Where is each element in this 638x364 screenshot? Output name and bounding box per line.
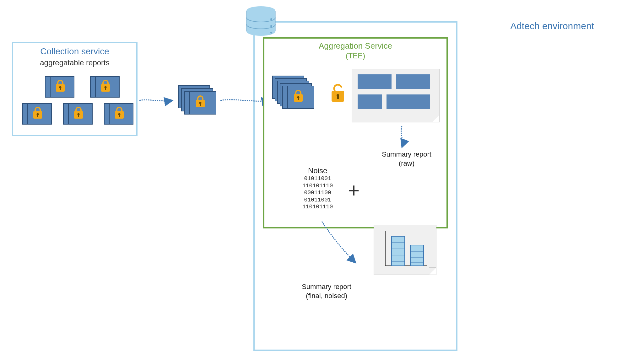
svg-rect-53 bbox=[387, 94, 430, 109]
svg-point-2 bbox=[246, 27, 275, 36]
svg-rect-50 bbox=[358, 74, 392, 89]
aggregation-service-title: Aggregation Service bbox=[264, 41, 446, 51]
summary-raw-chart bbox=[374, 225, 436, 275]
svg-rect-52 bbox=[358, 94, 382, 109]
svg-rect-15 bbox=[105, 88, 106, 90]
locked-report-icon bbox=[45, 76, 75, 99]
locked-report-icon bbox=[22, 103, 52, 126]
database-icon bbox=[244, 6, 278, 38]
locked-report-icon bbox=[63, 103, 93, 126]
svg-rect-25 bbox=[78, 115, 79, 117]
noise-bits: 01011001 110101110 00011100 01011001 110… bbox=[302, 175, 333, 211]
plus-icon: + bbox=[348, 179, 360, 202]
locked-report-icon bbox=[90, 76, 120, 99]
collection-service-subtitle: aggregatable reports bbox=[13, 58, 136, 67]
collection-service-title: Collection service bbox=[13, 46, 136, 56]
unlock-icon bbox=[330, 83, 349, 106]
svg-point-5 bbox=[270, 32, 272, 34]
summary-final-label: Summary report (final, noised) bbox=[292, 282, 361, 300]
svg-rect-51 bbox=[396, 74, 430, 89]
flow-arrow-icon bbox=[392, 125, 411, 151]
locked-reports-stack bbox=[272, 75, 325, 117]
flow-arrow-icon bbox=[139, 94, 176, 108]
svg-rect-37 bbox=[200, 104, 201, 106]
noise-block: Noise 01011001 110101110 00011100 010110… bbox=[302, 166, 333, 211]
svg-point-3 bbox=[270, 18, 272, 20]
locked-reports-stack bbox=[178, 85, 225, 124]
locked-report-icon bbox=[104, 103, 134, 126]
noise-label: Noise bbox=[302, 166, 333, 175]
svg-rect-46 bbox=[298, 98, 299, 100]
adtech-environment-title: Adtech environment bbox=[510, 21, 594, 31]
svg-rect-20 bbox=[37, 115, 38, 117]
decrypted-data-document bbox=[352, 69, 440, 122]
svg-point-4 bbox=[270, 25, 272, 27]
flow-arrow-icon bbox=[319, 220, 360, 268]
aggregation-service-subtitle: (TEE) bbox=[264, 51, 446, 60]
svg-rect-10 bbox=[60, 88, 61, 90]
svg-rect-30 bbox=[119, 115, 120, 117]
svg-rect-49 bbox=[337, 96, 339, 99]
summary-raw-label: Summary report (raw) bbox=[374, 150, 440, 168]
